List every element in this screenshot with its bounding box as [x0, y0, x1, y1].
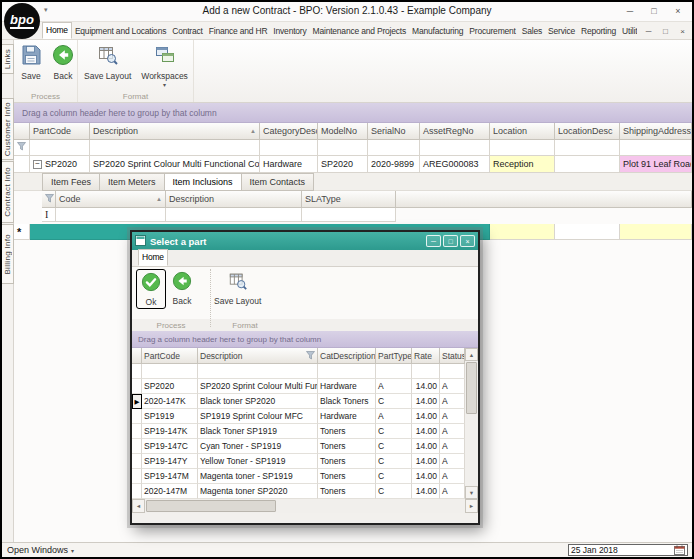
sidebar-tab-customer-info[interactable]: Customer Info: [2, 98, 14, 160]
dialog-column-header-status[interactable]: Status: [440, 348, 465, 364]
dialog-cell[interactable]: SP1919: [142, 409, 198, 424]
cell-locationdesc[interactable]: [555, 156, 620, 173]
dialog-column-header-catdescription[interactable]: CatDescription: [318, 348, 376, 364]
column-header-shippingaddress[interactable]: ShippingAddress: [620, 123, 692, 140]
dialog-cell[interactable]: SP19-147M: [142, 469, 198, 484]
cell-partcode[interactable]: −SP2020: [30, 156, 90, 173]
dialog-maximize-button[interactable]: □: [443, 235, 458, 247]
dialog-cell[interactable]: SP19-147C: [142, 439, 198, 454]
dialog-cell[interactable]: A: [440, 394, 465, 409]
filter-cell-modelno[interactable]: [318, 140, 368, 156]
workspaces-dropdown-icon[interactable]: ▾: [163, 81, 166, 88]
ok-button[interactable]: Ok: [136, 269, 166, 309]
detail-column-header-code[interactable]: Code▲: [56, 191, 166, 208]
minimize-button[interactable]: ─: [618, 3, 642, 19]
ribbon-tab-finance-and-hr[interactable]: Finance and HR: [206, 24, 271, 39]
mdi-close-icon[interactable]: ×: [675, 27, 690, 36]
ribbon-tab-equipment-and-locations[interactable]: Equipment and Locations: [72, 24, 169, 39]
dialog-cell[interactable]: Black toner SP2020: [198, 394, 318, 409]
dialog-cell[interactable]: SP2020: [142, 379, 198, 394]
sidebar-tab-billing-info[interactable]: Billing Info: [2, 224, 14, 284]
dialog-cell[interactable]: Yellow Toner - SP1919: [198, 454, 318, 469]
ribbon-tab-maintenance-and-projects[interactable]: Maintenance and Projects: [310, 24, 409, 39]
dialog-cell[interactable]: A: [440, 424, 465, 439]
ribbon-tab-reporting[interactable]: Reporting: [578, 24, 619, 39]
new-row-cell-location[interactable]: [490, 224, 555, 240]
dialog-cell[interactable]: C: [376, 454, 412, 469]
dialog-column-header-parttype[interactable]: PartType: [376, 348, 412, 364]
column-header-modelno[interactable]: ModelNo: [318, 123, 368, 140]
dialog-cell[interactable]: 2020-147K: [142, 394, 198, 409]
cell-assetregno[interactable]: AREG000083: [420, 156, 490, 173]
dialog-cell[interactable]: SP19-147Y: [142, 454, 198, 469]
detail-insert-cell-slatype[interactable]: [302, 208, 396, 222]
dialog-cell[interactable]: Magenta toner SP2020: [198, 484, 318, 499]
mdi-restore-icon[interactable]: □: [658, 27, 673, 36]
cell-modelno[interactable]: SP2020: [318, 156, 368, 173]
dialog-cell[interactable]: C: [376, 439, 412, 454]
dialog-cell[interactable]: Hardware: [318, 409, 376, 424]
column-header-partcode[interactable]: PartCode: [30, 123, 90, 140]
dialog-cell[interactable]: C: [376, 424, 412, 439]
new-row-cell-shippingaddress[interactable]: [620, 224, 692, 240]
dialog-cell[interactable]: 14.00: [412, 379, 440, 394]
dialog-cell[interactable]: Black Toner SP1919: [198, 424, 318, 439]
save-layout-button[interactable]: Save Layout: [80, 42, 135, 89]
ribbon-tab-home[interactable]: Home: [42, 22, 72, 39]
dialog-cell[interactable]: A: [440, 409, 465, 424]
tab-item-fees[interactable]: Item Fees: [42, 173, 100, 191]
dialog-cell[interactable]: 14.00: [412, 394, 440, 409]
dialog-minimize-button[interactable]: ─: [426, 235, 441, 247]
vertical-scroll-thumb[interactable]: [466, 362, 477, 414]
date-picker[interactable]: 25 Jan 2018: [568, 544, 688, 556]
maximize-button[interactable]: □: [642, 3, 666, 19]
detail-column-header-slatype[interactable]: SLAType: [302, 191, 396, 208]
filter-cell-shippingaddress[interactable]: [620, 140, 692, 156]
dialog-cell[interactable]: A: [440, 484, 465, 499]
column-header-description[interactable]: Description▲: [90, 123, 260, 140]
back-button[interactable]: Back: [48, 42, 78, 82]
column-header-assetregno[interactable]: AssetRegNo: [420, 123, 490, 140]
filter-cell-assetregno[interactable]: [420, 140, 490, 156]
column-header-categorydesc[interactable]: CategoryDesc: [260, 123, 318, 140]
filter-cell-locationdesc[interactable]: [555, 140, 620, 156]
filter-cell-description[interactable]: [90, 140, 260, 156]
dialog-row-indicator[interactable]: [132, 409, 142, 424]
sidebar-tab-contract-info[interactable]: Contract Info: [2, 161, 14, 223]
ribbon-tab-contract[interactable]: Contract: [169, 24, 206, 39]
dialog-cell[interactable]: Magenta toner - SP1919: [198, 469, 318, 484]
cell-shippingaddress[interactable]: Plot 91 Leaf Road, Fo: [620, 156, 692, 173]
tab-item-meters[interactable]: Item Meters: [99, 173, 165, 191]
dialog-cell[interactable]: A: [440, 454, 465, 469]
dialog-cell[interactable]: 14.00: [412, 454, 440, 469]
scroll-left-button[interactable]: ◄: [132, 499, 145, 513]
dialog-filter-cell-parttype[interactable]: [376, 364, 412, 379]
dialog-cell[interactable]: Toners: [318, 439, 376, 454]
dialog-cell[interactable]: A: [376, 379, 412, 394]
dialog-cell[interactable]: SP2020 Sprint Colour Multi Functio...: [198, 379, 318, 394]
ribbon-tab-manufacturing[interactable]: Manufacturing: [409, 24, 466, 39]
scroll-up-button[interactable]: ▲: [465, 348, 478, 361]
dialog-row-indicator[interactable]: [132, 484, 142, 499]
column-header-location[interactable]: Location: [490, 123, 555, 140]
filter-cell-serialno[interactable]: [368, 140, 420, 156]
dialog-cell[interactable]: Toners: [318, 424, 376, 439]
cell-categorydesc[interactable]: Hardware: [260, 156, 318, 173]
dialog-cell[interactable]: SP19-147K: [142, 424, 198, 439]
dialog-row-indicator[interactable]: [132, 424, 142, 439]
dialog-filter-cell-catdescription[interactable]: [318, 364, 376, 379]
tab-item-inclusions[interactable]: Item Inclusions: [164, 173, 242, 191]
dialog-column-header-partcode[interactable]: PartCode: [142, 348, 198, 364]
dialog-cell[interactable]: Toners: [318, 454, 376, 469]
dialog-cell[interactable]: Black Toners: [318, 394, 376, 409]
scroll-right-button[interactable]: ►: [465, 499, 478, 513]
dialog-cell[interactable]: 14.00: [412, 409, 440, 424]
dialog-cell[interactable]: 14.00: [412, 424, 440, 439]
dialog-cell[interactable]: C: [376, 484, 412, 499]
dialog-cell[interactable]: A: [376, 409, 412, 424]
dialog-cell[interactable]: Toners: [318, 484, 376, 499]
filter-cell-location[interactable]: [490, 140, 555, 156]
dialog-row-indicator[interactable]: [132, 379, 142, 394]
mdi-minimize-icon[interactable]: ─: [641, 27, 656, 36]
ribbon-tab-inventory[interactable]: Inventory: [270, 24, 309, 39]
